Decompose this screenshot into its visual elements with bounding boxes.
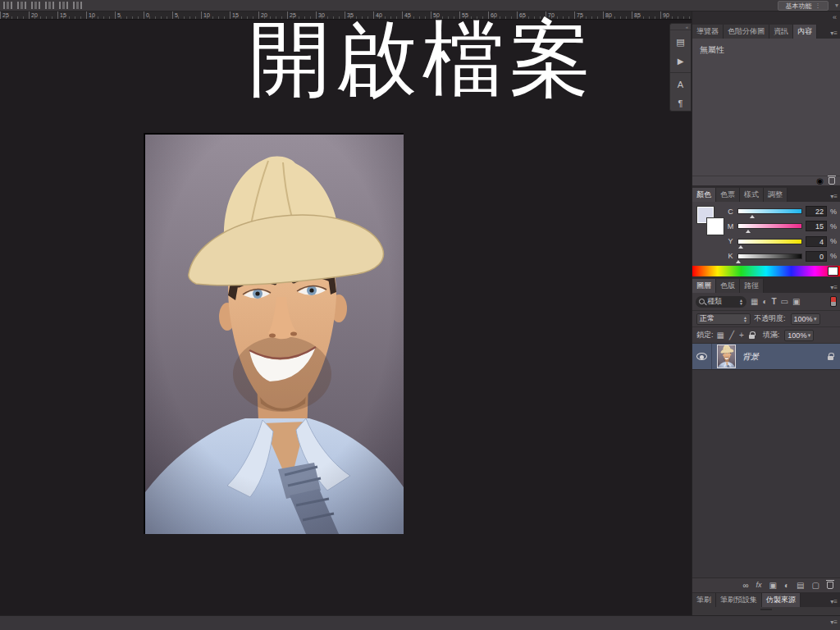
lock-transparency-icon[interactable]: ▦ [717,331,724,340]
layers-panel-menu-icon[interactable]: ▾≡ [830,284,838,291]
layer-thumbnail[interactable] [717,345,736,368]
ruler-label: 5 [115,11,144,19]
add-layer-mask-icon[interactable]: ▣ [769,582,777,590]
lock-paint-icon[interactable]: ╱ [729,331,734,340]
filter-shape-layers-icon[interactable]: ▭ [781,298,788,306]
tab-paths[interactable]: 路徑 [740,279,764,293]
distribute-middle-icon[interactable] [45,2,54,9]
color-panel: C 22 % M 15 % Y 4 % K [692,202,840,266]
black-slider[interactable] [737,253,802,259]
auto-select-icon[interactable] [73,2,82,9]
navigator-group-tabbar: 導覽器 色階分佈圖 資訊 內容 ▾≡ [692,26,840,39]
new-layer-icon[interactable]: ▢ [812,582,819,590]
tab-brush-presets[interactable]: 筆刷預設集 [716,593,762,607]
align-center-icon[interactable] [17,2,26,9]
tab-swatches[interactable]: 色票 [716,188,740,202]
lock-position-icon[interactable]: + [739,331,744,340]
magenta-slider[interactable] [737,223,802,229]
new-adjustment-layer-icon[interactable]: ◐ [784,582,789,590]
tab-color[interactable]: 顏色 [692,188,716,202]
black-slider-thumb[interactable] [736,260,741,263]
cyan-unit-label: % [830,208,837,216]
magenta-value-field[interactable]: 15 [806,221,827,231]
properties-footer: ◉ [692,176,840,185]
distribute-top-icon[interactable] [31,2,40,9]
tab-clone-source[interactable]: 仿製來源 [762,593,801,607]
magenta-slider-thumb[interactable] [746,230,751,233]
filter-pixel-layers-icon[interactable]: ▦ [751,298,758,306]
tab-styles[interactable]: 樣式 [740,188,764,202]
color-group-tabbar: 顏色 色票 樣式 調整 ▾≡ [692,190,840,202]
layer-style-fx-icon[interactable]: fx [756,582,762,589]
tab-navigator[interactable]: 導覽器 [692,25,724,39]
filter-adjustment-layers-icon[interactable]: ◐ [762,298,767,306]
distribute-bottom-icon[interactable] [59,2,68,9]
fill-dropdown[interactable]: 100% ▾ [784,330,814,341]
tab-layers[interactable]: 圖層 [692,279,716,293]
dock-resize-handle[interactable] [692,607,840,612]
yellow-channel-row: Y 4 % [727,235,837,248]
background-layer-row[interactable]: 背景 [692,344,840,370]
cyan-slider-thumb[interactable] [750,215,755,218]
strip-collapse-header[interactable]: « [670,24,691,30]
cyan-slider[interactable] [737,208,802,214]
bottom-panel-menu-icon[interactable]: ▾≡ [830,619,838,626]
document-photo[interactable] [144,134,403,533]
brush-panel-menu-icon[interactable]: ▾≡ [830,598,838,605]
cyan-value-field[interactable]: 22 [806,206,827,217]
tab-info[interactable]: 資訊 [769,25,793,39]
properties-delete-icon[interactable] [829,177,835,185]
search-icon [699,299,705,304]
blend-mode-value: 正常 [700,313,714,324]
layer-visibility-cell[interactable] [692,344,712,369]
yellow-value-field[interactable]: 4 [806,236,827,247]
filter-smart-object-icon[interactable]: ▣ [792,298,800,306]
layers-group-tabbar: 圖層 色版 路徑 ▾≡ [692,281,840,293]
ruler-label: 85 [632,11,660,19]
lock-all-icon[interactable] [749,335,755,339]
actions-panel-icon[interactable]: ▶ [673,53,688,68]
properties-panel-menu-icon[interactable]: ▾≡ [830,30,838,37]
filter-type-layers-icon[interactable]: T [772,298,777,306]
background-color-swatch[interactable] [707,218,724,235]
layers-filter-row: 種類 ▲▼ ▦ ◐ T ▭ ▣ [692,293,840,311]
yellow-slider-thumb[interactable] [738,245,743,249]
black-value-field[interactable]: 0 [806,251,827,262]
character-panel-icon[interactable]: A [673,77,688,92]
history-panel-icon[interactable]: ▤ [673,34,688,49]
properties-panel: 無屬性 ◉ [692,39,840,185]
magenta-channel-row: M 15 % [727,220,837,232]
canvas-area[interactable]: 開啟檔案 [0,20,692,615]
tab-brush[interactable]: 筆刷 [692,593,716,607]
ruler-label: 80 [603,11,632,19]
delete-layer-icon[interactable] [827,582,833,589]
black-unit-label: % [830,252,837,260]
opacity-dropdown[interactable]: 100% ▾ [791,313,820,325]
workspace-switcher-button[interactable]: 基本功能 ⋮ [778,1,829,11]
tab-histogram[interactable]: 色階分佈圖 [724,25,769,39]
tab-adjustments[interactable]: 調整 [764,188,788,202]
align-left-icon[interactable] [3,2,12,9]
layer-lock-icon [828,356,833,360]
blend-mode-dropdown[interactable]: 正常 ▲▼ [696,313,751,325]
properties-clip-icon[interactable]: ◉ [816,177,824,185]
bar-overflow-icon[interactable]: ▾ [835,2,838,9]
filter-kind-label: 種類 [707,296,722,307]
layer-name[interactable]: 背景 [742,351,759,363]
page-title: 開啟檔案 [249,13,596,103]
yellow-label: Y [727,237,734,245]
filter-switch-toggle[interactable] [830,296,837,307]
color-spectrum-ramp[interactable] [692,266,840,276]
link-layers-icon[interactable]: ∞ [742,582,748,590]
tab-properties[interactable]: 內容 [793,25,817,39]
white-color-chip[interactable] [828,267,838,276]
tab-channels[interactable]: 色版 [716,279,740,293]
new-group-icon[interactable]: ▤ [797,582,804,590]
color-panel-menu-icon[interactable]: ▾≡ [830,193,838,200]
ruler-label: 20 [29,11,57,19]
layer-filter-kind-dropdown[interactable]: 種類 ▲▼ [696,296,746,308]
paragraph-panel-icon[interactable]: ¶ [673,96,688,111]
fill-value: 100% [788,331,806,340]
workspace-label: 基本功能 [786,2,812,11]
yellow-slider[interactable] [737,239,802,244]
